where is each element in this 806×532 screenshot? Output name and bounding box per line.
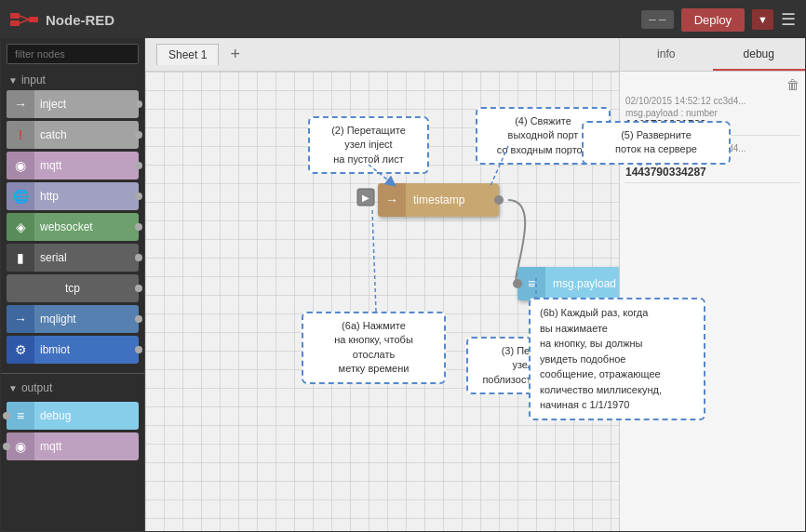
msgpayload-left-port <box>513 279 522 288</box>
inject-icon: → <box>7 90 34 118</box>
mqlight-icon: → <box>7 305 34 333</box>
msgpayload-label: msg.payload <box>553 277 616 290</box>
svg-line-3 <box>20 16 29 20</box>
mqtt-icon: ◉ <box>7 152 34 180</box>
debug-port-left <box>3 412 10 419</box>
svg-line-7 <box>369 165 392 183</box>
tooltip-see-message: (6b) Каждый раз, когдавы нажимаетена кно… <box>620 298 705 420</box>
websocket-port-right <box>135 223 142 231</box>
serial-icon: ▮ <box>7 244 34 272</box>
sidebar-divider <box>1 373 144 374</box>
sidebar: ▼ input → inject ! catch <box>1 38 145 531</box>
info-btn[interactable]: ─ ─ <box>641 10 674 29</box>
debug-value-2: 1443790334287 <box>625 166 799 179</box>
node-mqlight[interactable]: → mqlight <box>7 305 139 333</box>
svg-line-8 <box>490 146 508 188</box>
svg-text:▶: ▶ <box>362 193 369 203</box>
input-arrow: ▼ <box>8 75 18 86</box>
node-websocket[interactable]: ◈ websocket <box>7 213 139 241</box>
debug-entry-2: 02/10/2015 14:52:15 cc3d4... msg.payload… <box>625 140 799 183</box>
deploy-button[interactable]: Deploy <box>681 8 745 32</box>
debug-meta-1: 02/10/2015 14:52:12 cc3d4... <box>625 96 799 106</box>
svg-rect-0 <box>10 13 20 19</box>
tooltip-connect-ports-text: (4) Свяжитевыходной портсо входным порто… <box>497 115 589 155</box>
output-section-header[interactable]: ▼ output <box>1 378 144 398</box>
svg-rect-2 <box>29 17 38 22</box>
debug-value-1: 1443790331583 <box>625 118 799 131</box>
node-catch-label: catch <box>40 128 67 141</box>
node-inject-label: inject <box>40 98 66 111</box>
top-bar-right: ─ ─ Deploy ▼ ☰ <box>641 8 796 32</box>
node-mqtt-out-label: mqtt <box>40 440 61 453</box>
output-arrow: ▼ <box>8 383 18 393</box>
http-port-right <box>135 193 142 200</box>
node-mqtt-out[interactable]: ◉ mqtt <box>7 432 139 460</box>
tooltip-click-button-text: (6a) Нажмитена кнопку, чтобы отослатьмет… <box>334 320 413 374</box>
output-section-label: output <box>21 381 52 394</box>
tooltip-drag-inject: (2) Перетащитеузел injectна пустой лист <box>308 116 429 174</box>
tooltip-drag-inject-text: (2) Перетащитеузел injectна пустой лист <box>331 125 406 165</box>
input-section-header[interactable]: ▼ input <box>1 70 144 90</box>
debug-entry-1: 02/10/2015 14:52:12 cc3d4... msg.payload… <box>625 92 799 136</box>
tooltip-click-button: (6a) Нажмитена кнопку, чтобы отослатьмет… <box>302 312 446 384</box>
add-sheet-button[interactable]: + <box>226 45 244 64</box>
node-inject[interactable]: → inject <box>7 90 139 118</box>
node-debug-out[interactable]: ≡ debug <box>7 402 139 430</box>
logo-icon <box>10 10 38 29</box>
canvas-node-msgpayload[interactable]: ≡ msg.payload ≡ <box>517 267 619 300</box>
http-icon: 🌐 <box>7 182 34 210</box>
node-ibmiot-label: ibmiot <box>40 343 70 356</box>
node-mqtt[interactable]: ◉ mqtt <box>7 152 139 180</box>
right-panel-header: info debug <box>620 38 805 72</box>
svg-line-4 <box>20 20 29 23</box>
tab-info[interactable]: info <box>620 38 713 71</box>
mqlight-port-right <box>135 315 142 323</box>
tab-debug-label: debug <box>744 47 774 60</box>
debug-type-2: msg.payload : number <box>625 155 799 166</box>
app-title: Node-RED <box>46 12 114 28</box>
tooltip-connect-ports: (4) Свяжитевыходной портсо входным порто… <box>476 107 611 165</box>
node-ibmiot[interactable]: ⚙ ibmiot <box>7 336 139 364</box>
output-node-list: ≡ debug ◉ mqtt <box>1 402 144 466</box>
canvas-header: Sheet 1 + <box>145 38 619 72</box>
input-node-list: → inject ! catch ◉ mqtt <box>1 90 144 369</box>
deploy-dropdown-button[interactable]: ▼ <box>752 9 773 30</box>
menu-button[interactable]: ☰ <box>781 9 796 30</box>
node-catch[interactable]: ! catch <box>7 121 139 149</box>
right-panel: info debug 🗑 02/10/2015 14:52:12 cc3d4..… <box>619 38 805 531</box>
debug-type-1: msg.payload : number <box>625 108 799 118</box>
tooltip-see-message-text: (6b) Каждый раз, когдавы нажимаетена кно… <box>620 307 662 410</box>
tab-debug[interactable]: debug <box>713 38 806 71</box>
tooltip-drag-debug: (3) Перетащитеузел debugпоблизости к узл… <box>466 337 611 394</box>
node-mqlight-label: mqlight <box>40 313 76 326</box>
node-http[interactable]: 🌐 http <box>7 182 139 210</box>
node-tcp[interactable]: tcp <box>7 274 139 302</box>
tcp-port-right <box>135 285 142 292</box>
node-serial[interactable]: ▮ serial <box>7 244 139 272</box>
websocket-icon: ◈ <box>7 213 34 241</box>
timestamp-label: timestamp <box>413 193 464 206</box>
canvas-node-timestamp[interactable]: → timestamp <box>378 183 499 217</box>
input-section-label: input <box>21 73 46 86</box>
svg-line-10 <box>372 209 376 312</box>
inject-port-right <box>135 100 142 108</box>
mqtt-port-right <box>135 162 142 169</box>
debug-clear-button[interactable]: 🗑 <box>786 77 799 92</box>
canvas-area: Sheet 1 + ▶ → timestamp <box>145 38 619 531</box>
tooltip-arrows-svg <box>145 72 619 531</box>
catch-icon: ! <box>7 121 34 149</box>
canvas-workspace[interactable]: ▶ → timestamp ≡ msg.payload ≡ <box>145 72 619 531</box>
filter-input[interactable] <box>7 44 139 64</box>
node-serial-label: serial <box>40 251 67 264</box>
serial-port-right <box>135 254 142 261</box>
sheet-tab[interactable]: Sheet 1 <box>156 44 219 65</box>
icon-bar: ─ ─ <box>641 10 674 29</box>
catch-port-right <box>135 131 142 139</box>
node-http-label: http <box>40 190 59 203</box>
node-mqtt-label: mqtt <box>40 159 61 172</box>
top-bar: Node-RED ─ ─ Deploy ▼ ☰ <box>1 1 805 38</box>
app-container: Node-RED ─ ─ Deploy ▼ ☰ ▼ input <box>0 0 806 532</box>
ibmiot-icon: ⚙ <box>7 336 34 364</box>
content-area: ▼ input → inject ! catch <box>1 38 805 531</box>
debug-meta-2: 02/10/2015 14:52:15 cc3d4... <box>625 143 799 153</box>
